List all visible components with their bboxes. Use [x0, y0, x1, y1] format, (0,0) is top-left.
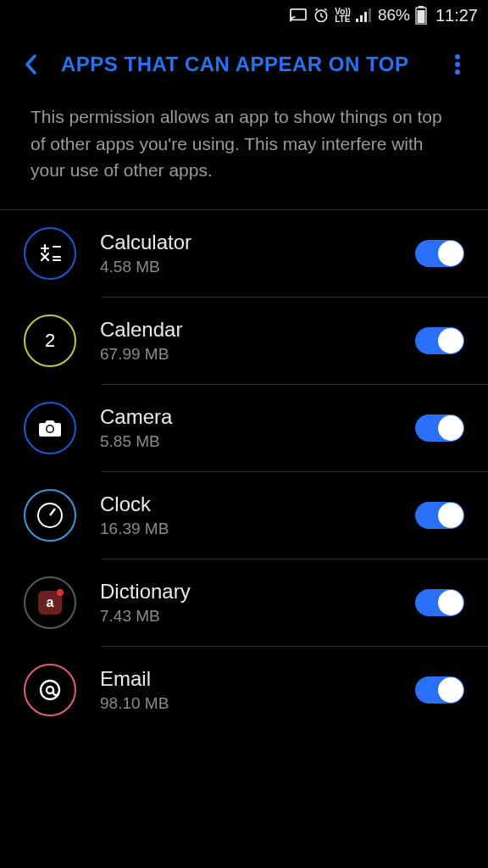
cast-icon	[289, 8, 308, 23]
app-size: 16.39 MB	[100, 520, 391, 538]
svg-rect-0	[291, 9, 306, 20]
permission-description: This permission allows an app to show th…	[0, 103, 488, 209]
svg-point-11	[455, 70, 460, 75]
app-text: Camera5.85 MB	[100, 405, 391, 451]
svg-point-9	[455, 54, 460, 59]
header: APPS THAT CAN APPEAR ON TOP	[0, 31, 488, 103]
app-size: 67.99 MB	[100, 345, 391, 364]
svg-rect-2	[356, 19, 358, 22]
app-text: Clock16.39 MB	[100, 492, 391, 538]
alarm-icon	[313, 7, 330, 24]
app-text: Calculator4.58 MB	[100, 231, 391, 276]
permission-toggle[interactable]	[415, 676, 464, 704]
camera-icon	[24, 402, 76, 454]
app-text: Dictionary7.43 MB	[100, 580, 391, 626]
permission-toggle[interactable]	[415, 415, 464, 442]
app-text: Calendar67.99 MB	[100, 318, 391, 364]
app-size: 7.43 MB	[100, 607, 391, 626]
app-row[interactable]: Camera5.85 MB	[0, 385, 488, 471]
app-name: Calculator	[100, 231, 391, 254]
permission-toggle[interactable]	[415, 502, 464, 529]
app-name: Email	[100, 667, 391, 691]
app-row[interactable]: Clock16.39 MB	[0, 472, 488, 559]
permission-toggle[interactable]	[415, 240, 464, 267]
svg-point-10	[455, 62, 460, 67]
dictionary-icon: a	[24, 576, 76, 629]
calendar-day: 2	[45, 330, 55, 352]
app-name: Clock	[100, 492, 391, 516]
app-row[interactable]: Email98.10 MB	[0, 647, 488, 733]
dictionary-badge: a	[38, 591, 62, 615]
app-name: Dictionary	[100, 580, 391, 604]
app-list: Calculator4.58 MB2Calendar67.99 MBCamera…	[0, 210, 488, 733]
status-bar: Vo))LTE 86% 11:27	[0, 0, 488, 31]
calendar-icon: 2	[24, 314, 76, 367]
permission-toggle[interactable]	[415, 327, 464, 354]
svg-rect-4	[364, 12, 367, 22]
app-size: 98.10 MB	[100, 694, 391, 713]
app-name: Calendar	[100, 318, 391, 342]
clock-time: 11:27	[435, 6, 478, 25]
calculator-icon	[24, 227, 76, 280]
svg-point-15	[41, 681, 59, 699]
clock-icon	[24, 489, 76, 542]
email-icon	[24, 664, 76, 716]
battery-percent: 86%	[378, 6, 410, 25]
app-size: 4.58 MB	[100, 258, 391, 276]
app-row[interactable]: 2Calendar67.99 MB	[0, 298, 488, 384]
svg-rect-8	[417, 10, 424, 24]
volte-icon: Vo))LTE	[335, 8, 351, 23]
svg-point-13	[47, 426, 53, 431]
page-title: APPS THAT CAN APPEAR ON TOP	[61, 53, 442, 76]
signal-icon	[356, 8, 373, 22]
svg-rect-5	[369, 8, 371, 22]
permission-toggle[interactable]	[415, 589, 464, 616]
battery-icon	[415, 6, 427, 25]
app-name: Camera	[100, 405, 391, 429]
app-size: 5.85 MB	[100, 432, 391, 451]
app-row[interactable]: aDictionary7.43 MB	[0, 559, 488, 646]
more-options-button[interactable]	[442, 49, 473, 80]
svg-point-16	[47, 687, 53, 693]
app-text: Email98.10 MB	[100, 667, 391, 713]
app-row[interactable]: Calculator4.58 MB	[0, 210, 488, 297]
back-button[interactable]	[15, 49, 46, 80]
svg-rect-3	[360, 15, 363, 22]
